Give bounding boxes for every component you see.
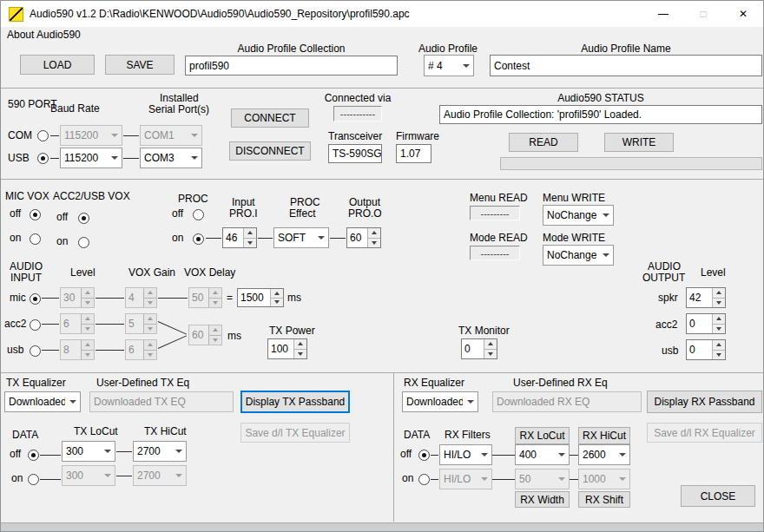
acc2-vox-on-radio[interactable] [78, 237, 89, 248]
proc-effect-select[interactable]: SOFT [273, 227, 329, 248]
usb-baud-select[interactable]: 115200 [60, 148, 122, 168]
baud-rate-label: Baud Rate [50, 103, 100, 115]
rx-data-off-label: off [400, 449, 412, 460]
spin-down-icon[interactable] [368, 238, 380, 248]
spin-down-icon[interactable] [713, 298, 725, 308]
profile-number-select[interactable]: # 4 [424, 55, 474, 76]
spin-up-icon[interactable] [271, 289, 283, 298]
connector-line [116, 476, 132, 476]
usb-output-spinner[interactable]: 0 [686, 339, 726, 360]
rx-locut-off-value: 400 [516, 445, 554, 464]
collection-input[interactable] [185, 56, 398, 76]
proc-off-radio[interactable] [193, 209, 204, 220]
dropdown-arrow-icon [313, 228, 328, 247]
rx-hicut-button[interactable]: RX HiCut [578, 427, 630, 444]
spin-down-icon[interactable] [294, 349, 306, 359]
close-window-button[interactable]: CLOSE [681, 485, 755, 507]
com-port-radio[interactable] [37, 130, 49, 141]
usb-label: USB [8, 153, 30, 164]
spinner-buttons [81, 340, 94, 359]
tx-monitor-spinner[interactable]: 0 [461, 338, 497, 359]
proc-on-radio[interactable] [193, 233, 204, 245]
spin-down-icon[interactable] [271, 298, 283, 307]
write-button[interactable]: WRITE [604, 133, 674, 152]
rx-width-button[interactable]: RX Width [515, 491, 570, 508]
save-button[interactable]: SAVE [105, 55, 175, 75]
menu-about[interactable]: About Audio590 [7, 29, 81, 41]
display-tx-passband-button[interactable]: Display TX Passband [240, 391, 350, 413]
spin-up-icon [144, 288, 156, 298]
connect-button[interactable]: CONNECT [231, 108, 309, 128]
spin-up-icon [82, 340, 94, 350]
usb-serial-select[interactable]: COM3 [140, 148, 202, 168]
close-button[interactable]: ✕ [723, 1, 763, 27]
read-button[interactable]: READ [509, 133, 578, 152]
spkr-level-spinner[interactable]: 42 [686, 287, 726, 308]
load-button[interactable]: LOAD [20, 55, 95, 75]
tx-eq-label: TX Equalizer [6, 378, 66, 389]
rx-shift-button[interactable]: RX Shift [578, 491, 630, 508]
tx-data-on-radio[interactable] [28, 474, 39, 485]
profile-name-input[interactable] [490, 55, 762, 76]
tx-eq-select[interactable]: Downloaded [4, 391, 81, 412]
tx-hicut-off-select[interactable]: 2700 [133, 441, 187, 462]
rx-data-on-radio[interactable] [418, 474, 430, 485]
spinner-buttons [208, 325, 221, 345]
usb-input-radio[interactable] [30, 345, 41, 357]
pro-output-value: 60 [347, 228, 367, 247]
spin-down-icon[interactable] [713, 350, 725, 360]
proc-on-label: on [172, 233, 183, 244]
spin-up-icon[interactable] [294, 339, 306, 349]
mic-vox-off-radio[interactable] [30, 209, 41, 220]
acc2-vox-gain-spinner: 5 [125, 313, 157, 334]
mic-input-radio[interactable] [30, 293, 41, 305]
pro-output-spinner[interactable]: 60 [346, 227, 381, 248]
rx-locut-off-select[interactable]: 400 [515, 444, 570, 465]
proc-off-label: off [172, 208, 183, 220]
proc-effect-label-2: Effect [289, 208, 315, 220]
pro-input-spinner[interactable]: 46 [222, 227, 257, 248]
usb-port-radio[interactable] [37, 153, 49, 164]
spin-down-icon[interactable] [713, 324, 725, 334]
spin-up-icon[interactable] [713, 314, 725, 324]
rx-eq-select[interactable]: Downloaded [402, 391, 478, 412]
spin-up-icon[interactable] [244, 228, 256, 238]
menu-write-select[interactable]: NoChange [543, 205, 614, 226]
rx-data-off-radio[interactable] [418, 450, 430, 461]
spin-down-icon[interactable] [484, 349, 497, 359]
acc2-vox-off-label: off [56, 212, 68, 223]
tx-data-off-radio[interactable] [28, 450, 39, 461]
spin-up-icon[interactable] [368, 228, 380, 238]
rx-locut-button[interactable]: RX LoCut [515, 427, 570, 444]
rx-hicut-off-value: 2600 [579, 445, 615, 464]
rx-filters-off-select[interactable]: HI/LO [439, 444, 492, 465]
maximize-icon: □ [700, 8, 706, 20]
rx-data-on-label: on [402, 473, 413, 484]
spin-up-icon[interactable] [713, 288, 725, 298]
transceiver-label: Transceiver [328, 131, 382, 142]
mic-delay-ms-spinner[interactable]: 1500 [237, 288, 284, 307]
spinner-buttons [208, 288, 221, 307]
acc2-input-radio[interactable] [30, 319, 41, 331]
tx-locut-off-select[interactable]: 300 [62, 441, 115, 462]
com-serial-value: COM1 [141, 126, 187, 145]
mic-vox-off-label: off [10, 208, 21, 220]
mode-write-select[interactable]: NoChange [543, 245, 614, 266]
close-icon: ✕ [739, 8, 748, 20]
spin-down-icon[interactable] [244, 238, 256, 248]
mic-vox-on-radio[interactable] [30, 233, 41, 245]
spin-up-icon[interactable] [713, 340, 725, 350]
installed-label-2: Serial Port(s) [148, 104, 209, 115]
acc2-output-spinner[interactable]: 0 [686, 313, 726, 334]
disconnect-button[interactable]: DISCONNECT [229, 141, 311, 161]
minimize-button[interactable]: — [643, 1, 683, 27]
tx-power-spinner[interactable]: 100 [267, 338, 307, 359]
dropdown-arrow-icon [107, 126, 122, 145]
acc2-vox-off-radio[interactable] [78, 213, 89, 224]
spin-up-icon[interactable] [484, 339, 497, 349]
display-rx-passband-button[interactable]: Display RX Passband [647, 391, 762, 413]
rx-hicut-off-select[interactable]: 2600 [578, 444, 630, 465]
spinner-buttons [143, 314, 156, 333]
data-vox-delay-value: 60 [189, 325, 208, 345]
mode-write-label: Mode WRITE [543, 233, 605, 244]
